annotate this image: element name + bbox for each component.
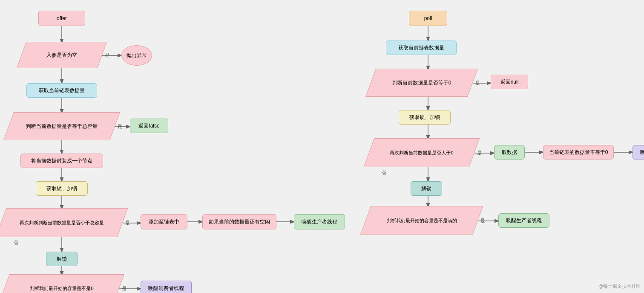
check-zero-diamond: 判断我们最开始的容量是不是0 是: [4, 274, 119, 293]
check-capacity-diamond: 判断当前数据量是否等于总容量 是: [9, 112, 115, 140]
wake-producer: 唤醒生产者线程: [294, 214, 345, 229]
poll-start: poll: [409, 11, 447, 26]
watermark: @稀土掘金技术社区: [598, 283, 641, 290]
unlock-1: 解锁: [46, 252, 78, 266]
main-container: offer 入参是否为空 是 抛出异常 获取当前链表数据量 判断当前数据量是否等…: [0, 0, 644, 293]
wake-consumer-2: 唤醒消费者线程: [632, 145, 644, 160]
add-chain: 添加至链表中: [141, 214, 187, 229]
right-flowchart: poll 获取当前链表数据量 判断当前数据量是否等于0 是 返回null 获取锁…: [375, 4, 644, 293]
check-zero2-diamond: 判断当前数据量是否等于0 是: [371, 69, 473, 97]
lock-1: 获取锁、加锁: [36, 181, 88, 196]
wake-producer-2: 唤醒生产者线程: [498, 213, 549, 228]
get-size-1: 获取当前链表数据量: [26, 83, 97, 98]
check-full-diamond: 判断我们最开始的容量是不是满的 是: [365, 206, 478, 235]
check-gt0-diamond: 再次判断当前数据量是否大于0 是 否: [369, 138, 474, 167]
get-data: 取数据: [494, 145, 525, 160]
not-zero-count: 当前链表的数据量不等于0: [543, 145, 614, 160]
return-false: 返回false: [130, 119, 168, 133]
throw-exception: 抛出异常: [121, 45, 152, 66]
get-size-2: 获取当前链表数据量: [386, 41, 457, 55]
wake-consumer: 唤醒消费者线程: [141, 281, 192, 293]
return-null: 返回null: [491, 75, 528, 89]
lock-2: 获取锁、加锁: [399, 110, 451, 125]
wrap-node: 将当前数据封装成一个节点: [20, 154, 103, 168]
check-space: 如果当前的数据量还有空闲: [202, 214, 276, 229]
left-flowchart: offer 入参是否为空 是 抛出异常 获取当前链表数据量 判断当前数据量是否等…: [9, 4, 358, 293]
check-capacity2-diamond: 再次判断判断当前数据量是否小于总容量 是 否: [1, 208, 123, 237]
offer-start: offer: [38, 11, 85, 26]
check-null-diamond: 入参是否为空 是: [21, 42, 102, 68]
unlock-2: 解锁: [411, 181, 442, 196]
